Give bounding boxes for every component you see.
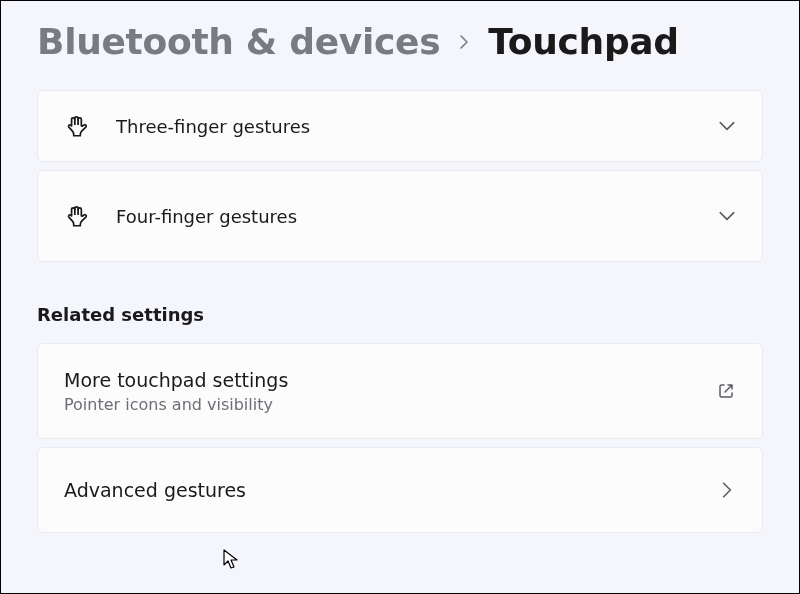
four-finger-gestures-label: Four-finger gestures <box>116 206 718 227</box>
mouse-cursor-icon <box>223 549 241 575</box>
hand-icon <box>64 203 90 229</box>
chevron-right-icon <box>718 481 736 499</box>
hand-icon <box>64 113 90 139</box>
more-touchpad-settings-subtitle: Pointer icons and visibility <box>64 395 716 414</box>
chevron-right-icon <box>456 34 472 50</box>
more-touchpad-settings-row[interactable]: More touchpad settings Pointer icons and… <box>37 343 763 439</box>
open-external-icon <box>716 381 736 401</box>
chevron-down-icon <box>718 207 736 225</box>
breadcrumb-parent[interactable]: Bluetooth & devices <box>37 21 440 62</box>
three-finger-gestures-label: Three-finger gestures <box>116 116 718 137</box>
related-settings-heading: Related settings <box>37 304 763 325</box>
four-finger-gestures-row[interactable]: Four-finger gestures <box>37 170 763 262</box>
breadcrumb: Bluetooth & devices Touchpad <box>37 21 763 62</box>
chevron-down-icon <box>718 117 736 135</box>
advanced-gestures-row[interactable]: Advanced gestures <box>37 447 763 534</box>
breadcrumb-current: Touchpad <box>488 21 679 62</box>
more-touchpad-settings-title: More touchpad settings <box>64 368 716 393</box>
three-finger-gestures-row[interactable]: Three-finger gestures <box>37 90 763 162</box>
advanced-gestures-label: Advanced gestures <box>64 478 718 503</box>
